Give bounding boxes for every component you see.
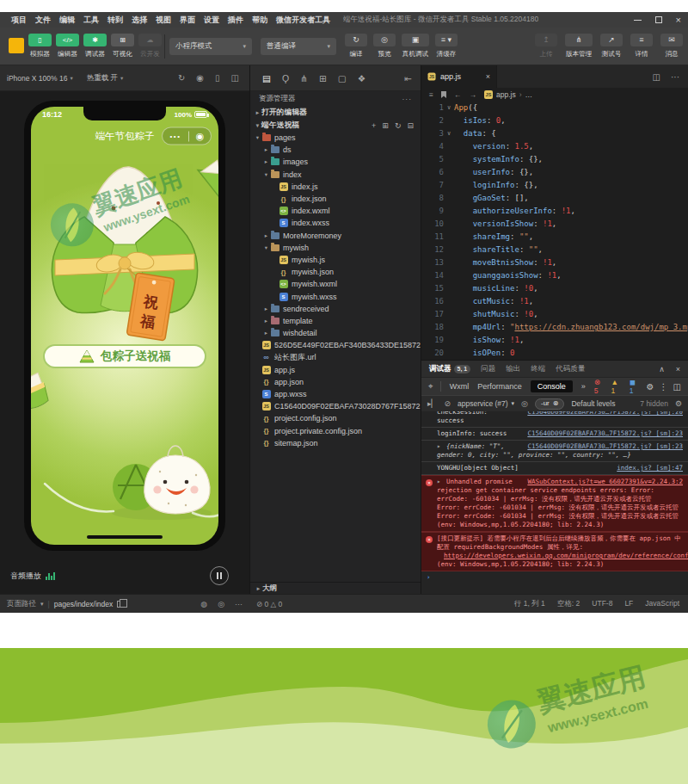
tree-item-mywish.js[interactable]: JSmywish.js xyxy=(250,254,421,266)
exit-circle-icon[interactable]: ◉ xyxy=(189,132,211,141)
devtools-tab-Console[interactable]: Console xyxy=(531,380,573,392)
debugger-tab-问题[interactable]: 问题 xyxy=(481,364,495,374)
tree-item-project.private.config.json[interactable]: {}project.private.config.json xyxy=(250,425,421,437)
filter-input[interactable]: -ur⊗ xyxy=(535,398,564,410)
menu-item-工具[interactable]: 工具 xyxy=(79,15,103,24)
inspect-icon[interactable]: ⌖ xyxy=(428,381,441,392)
path-label[interactable]: 页面路径 xyxy=(7,599,36,609)
console-source-link[interactable]: C15640D09F02EBAFA730…7F15872.js? [sm]:23 xyxy=(527,442,683,451)
rotate-icon[interactable]: ↻ xyxy=(178,73,185,83)
minimize-icon[interactable] xyxy=(634,20,642,21)
new-file-icon[interactable]: + xyxy=(372,121,376,130)
action-清缓存[interactable]: ≡ ▾清缓存 xyxy=(435,34,458,59)
tree-item-images[interactable]: ▸images xyxy=(250,156,421,168)
console-source-link[interactable]: WASubContext.js?t=we_66027391&v=2.24.3:2 xyxy=(527,478,683,486)
collapse-all-icon[interactable]: ⊟ xyxy=(407,121,414,130)
action-详情[interactable]: ≡详情 xyxy=(630,34,653,59)
tree-item-app.wxss[interactable]: Sapp.wxss xyxy=(250,388,421,400)
devtools-tab-Performance[interactable]: Performance xyxy=(477,382,522,391)
tree-item-mywish.wxss[interactable]: Smywish.wxss xyxy=(250,290,421,302)
message-badge[interactable]: ◼ 1 xyxy=(630,378,642,395)
error-badge[interactable]: ⊗ 5 xyxy=(594,378,606,395)
levels-select[interactable]: Default levels xyxy=(571,399,615,408)
copy-icon[interactable] xyxy=(117,601,123,608)
code-editor[interactable]: 1∨App({2 isIos: 0,3∨ data: {4 version: 1… xyxy=(421,102,688,360)
tree-item-index.wxss[interactable]: Sindex.wxss xyxy=(250,217,421,229)
console-source-link[interactable]: C15640D09F02EBAFA730…7F15872.js? [sm]:20 xyxy=(527,411,683,417)
menu-item-设置[interactable]: 设置 xyxy=(200,15,224,24)
tree-item-index[interactable]: ▾index xyxy=(250,169,421,181)
menu-item-编辑[interactable]: 编辑 xyxy=(55,15,79,24)
split-editor-icon[interactable]: ◫ xyxy=(653,72,660,82)
menu-item-转到[interactable]: 转到 xyxy=(103,15,127,24)
chevron-right-icon[interactable]: ▸ xyxy=(262,158,270,165)
tree-item-mywish.wxml[interactable]: <>mywish.wxml xyxy=(250,278,421,290)
tree-item-站长图库.url[interactable]: ∞站长图库.url xyxy=(250,351,421,363)
more-icon[interactable]: ··· xyxy=(402,95,413,103)
fold-icon[interactable]: ∨ xyxy=(444,127,454,140)
collapse-sidebar-icon[interactable]: ⇤ xyxy=(404,73,412,83)
clear-console-icon[interactable]: ⊘ xyxy=(444,399,451,408)
git-icon[interactable]: ⋔ xyxy=(300,73,308,83)
tree-item-sitemap.json[interactable]: {}sitemap.json xyxy=(250,437,421,449)
statusbar-problems[interactable]: ⊘ 0 △ 0 xyxy=(249,600,421,608)
compile-select[interactable]: 普通编译▾ xyxy=(261,38,336,55)
chevron-right-icon[interactable]: ▸ xyxy=(262,146,270,153)
tree-item-C15640D09F02EBAFA73028D767F15872.js[interactable]: JSC15640D09F02EBAFA73028D767F15872.js xyxy=(250,400,421,412)
tree-item-app.js[interactable]: JSapp.js xyxy=(250,364,421,376)
tree-item-pages[interactable]: ▾pages xyxy=(250,132,421,144)
menu-item-视图[interactable]: 视图 xyxy=(151,15,175,24)
menu-item-文件[interactable]: 文件 xyxy=(31,15,55,24)
tree-item-app.json[interactable]: {}app.json xyxy=(250,376,421,388)
toolbar-button-模拟器[interactable]: ▯模拟器 xyxy=(28,34,52,59)
section-project[interactable]: ▾端午送祝福 + ⊞ ↻ ⊟ xyxy=(250,119,421,132)
chevron-right-icon[interactable]: ▸ xyxy=(262,330,270,336)
tree-item-wishdetail[interactable]: ▸wishdetail xyxy=(250,327,421,339)
outline-section[interactable]: ▸大纲 xyxy=(250,582,421,594)
close-tab-icon[interactable]: × xyxy=(486,72,490,81)
action-版本管理[interactable]: ⋔版本管理 xyxy=(565,34,593,59)
multi-window-icon[interactable]: ◫ xyxy=(231,73,239,83)
debugger-tab-代码质量[interactable]: 代码质量 xyxy=(556,364,585,374)
context-select[interactable]: appservice (#7)▾ xyxy=(458,399,514,408)
menu-item-界面[interactable]: 界面 xyxy=(175,15,200,24)
tree-item-526D5E449F02EBAF340B36433DE15872.js[interactable]: JS526D5E449F02EBAF340B36433DE15872.js xyxy=(250,339,421,351)
tree-item-ds[interactable]: ▸ds xyxy=(250,144,421,156)
page-path[interactable]: pages/index/index xyxy=(54,600,114,608)
device-selector[interactable]: iPhone X 100% 16▾ xyxy=(7,74,73,83)
console-source-link[interactable]: index.js? [sm]:47 xyxy=(617,464,683,472)
tree-item-MoreMoremoney[interactable]: ▸MoreMoremoney xyxy=(250,230,421,242)
tree-item-mywish[interactable]: ▾mywish xyxy=(250,242,421,254)
files-icon[interactable]: ▤ xyxy=(262,73,271,83)
encoding[interactable]: UTF-8 xyxy=(592,599,612,609)
debugger-tab-输出[interactable]: 输出 xyxy=(506,364,520,374)
chevron-down-icon[interactable]: ▾ xyxy=(262,244,270,251)
back-icon[interactable]: ← xyxy=(454,90,462,99)
more-icon[interactable]: ··· xyxy=(235,600,243,608)
devtools-tab-Wxml[interactable]: Wxml xyxy=(450,382,470,391)
console-row-error[interactable]: ✕WASubContext.js?t=we_66027391&v=2.24.3:… xyxy=(421,475,688,532)
tree-item-mywish.json[interactable]: {}mywish.json xyxy=(250,266,421,278)
action-消息[interactable]: ✉消息 xyxy=(660,34,683,59)
forward-icon[interactable]: → xyxy=(469,90,476,99)
console-output[interactable]: C15640D09F02EBAFA730…7F15872.js? [sm]:20… xyxy=(421,411,688,594)
tree-item-index.wxml[interactable]: <>index.wxml xyxy=(250,205,421,217)
chevron-down-icon[interactable]: ▾ xyxy=(262,171,270,178)
tab-appjs[interactable]: JS app.js × xyxy=(421,65,497,88)
dock-icon[interactable]: ◫ xyxy=(673,382,681,392)
console-source-link[interactable]: C15640D09F02EBAFA730…7F15872.js? [sm]:23 xyxy=(527,429,683,438)
toolbar-button-编辑器[interactable]: </>编辑器 xyxy=(56,34,79,59)
menu-item-项目[interactable]: 项目 xyxy=(7,15,31,24)
new-folder-icon[interactable]: ⊞ xyxy=(382,121,389,130)
phone-screen[interactable]: 祝 福 xyxy=(31,107,218,545)
eye-icon[interactable]: ◎ xyxy=(218,600,224,608)
tree-item-index.js[interactable]: JSindex.js xyxy=(250,181,421,193)
close-panel-icon[interactable]: × xyxy=(676,365,680,373)
eye-icon[interactable]: ◎ xyxy=(521,399,528,408)
device-icon[interactable]: ▯ xyxy=(215,73,220,83)
action-编译[interactable]: ↻编译 xyxy=(345,34,367,59)
avatar[interactable] xyxy=(9,38,24,53)
hot-reload-toggle[interactable]: 热重载 开▾ xyxy=(87,73,124,83)
tree-item-template[interactable]: ▸template xyxy=(250,315,421,327)
preview-icon[interactable]: ▢ xyxy=(338,73,347,83)
